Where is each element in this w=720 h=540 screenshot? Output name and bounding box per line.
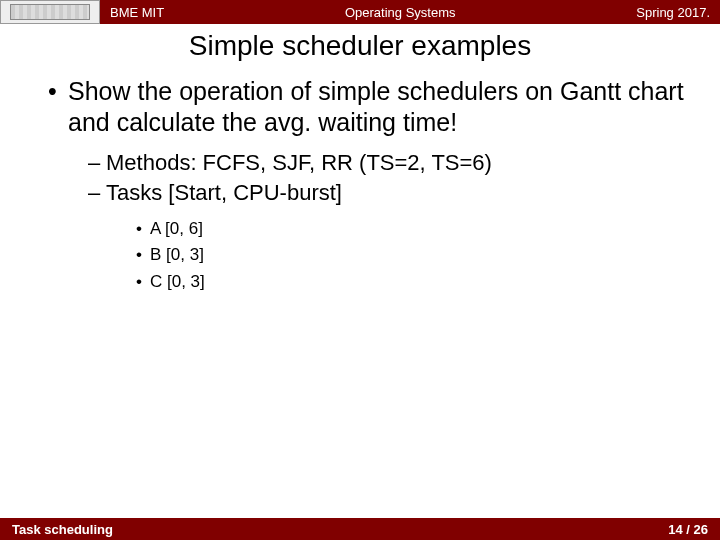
institution-logo bbox=[0, 0, 100, 24]
sub-bullet-methods: Methods: FCFS, SJF, RR (TS=2, TS=6) bbox=[88, 149, 692, 177]
task-item: B [0, 3] bbox=[136, 242, 692, 268]
task-list: A [0, 6] B [0, 3] C [0, 3] bbox=[28, 216, 692, 295]
main-bullet: Show the operation of simple schedulers … bbox=[48, 76, 692, 137]
sub-bullets: Methods: FCFS, SJF, RR (TS=2, TS=6) Task… bbox=[28, 149, 692, 206]
footer-topic: Task scheduling bbox=[12, 522, 113, 537]
task-item: A [0, 6] bbox=[136, 216, 692, 242]
slide-footer: Task scheduling 14 / 26 bbox=[0, 518, 720, 540]
footer-page-number: 14 / 26 bbox=[668, 522, 708, 537]
task-item: C [0, 3] bbox=[136, 269, 692, 295]
logo-graphic bbox=[10, 4, 90, 20]
sub-bullet-tasks: Tasks [Start, CPU-burst] bbox=[88, 179, 692, 207]
slide-header: BME MIT Operating Systems Spring 2017. bbox=[0, 0, 720, 24]
header-right: Spring 2017. bbox=[636, 5, 720, 20]
header-center: Operating Systems bbox=[164, 5, 636, 20]
slide-content: Show the operation of simple schedulers … bbox=[0, 76, 720, 295]
header-left: BME MIT bbox=[100, 5, 164, 20]
slide-title: Simple scheduler examples bbox=[0, 30, 720, 62]
